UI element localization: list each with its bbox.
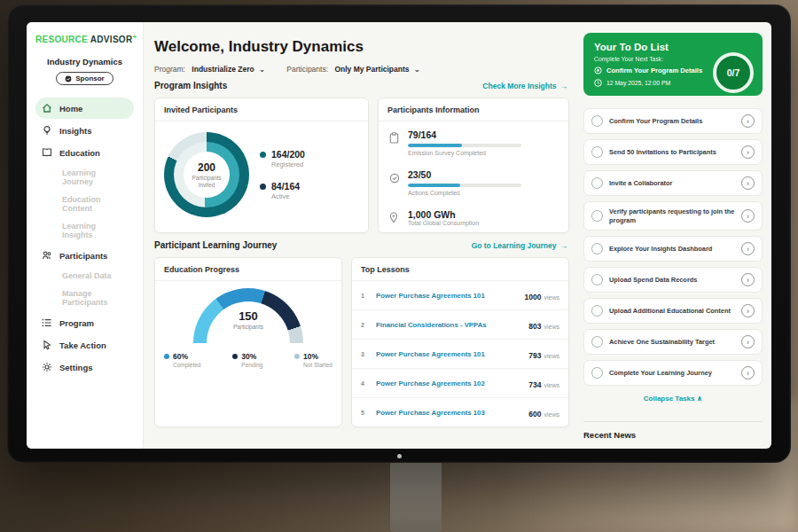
task-item[interactable]: Confirm Your Program Details ›: [583, 108, 763, 134]
top-lessons-card: Top Lessons 1 Power Purchase Agreements …: [351, 257, 569, 427]
legend-dot: [260, 152, 266, 158]
power-led: [397, 454, 402, 458]
chevron-right-icon[interactable]: ›: [741, 209, 755, 223]
task-item[interactable]: Verify participants requesting to join t…: [583, 201, 763, 231]
todo-next-task: Confirm Your Program Details: [606, 66, 702, 74]
sidebar-item-learning-insights[interactable]: Learning Insights: [35, 217, 134, 244]
sidebar-item-label: Participants: [59, 251, 107, 261]
sidebar-item-education-content[interactable]: Education Content: [35, 191, 134, 217]
sidebar-item-program[interactable]: Program: [35, 312, 134, 333]
task-item[interactable]: Achieve One Sustainability Target ›: [583, 329, 763, 355]
lesson-views: 793: [528, 351, 541, 360]
lesson-link[interactable]: Power Purchase Agreements 103: [376, 409, 521, 417]
views-word: views: [544, 294, 559, 301]
lightbulb-icon: [42, 125, 52, 136]
task-item[interactable]: Explore Your Insights Dashboard ›: [583, 236, 763, 262]
program-select[interactable]: Industrialize Zero ⌄: [192, 65, 265, 74]
chevron-right-icon[interactable]: ›: [741, 273, 755, 286]
legend-item-pending: 30% Pending: [232, 352, 262, 368]
task-checkbox[interactable]: [591, 243, 603, 254]
sidebar: RESOURCE ADVISOR+ Industry Dynamics Spon…: [27, 22, 144, 449]
map-pin-icon: [389, 209, 400, 227]
task-item[interactable]: Invite a Collaborator ›: [583, 170, 763, 196]
lesson-link[interactable]: Power Purchase Agreements 101: [376, 350, 521, 358]
go-to-learning-journey-link[interactable]: Go to Learning Journey →: [472, 241, 567, 250]
clipboard-icon: [389, 129, 400, 156]
section-title: Participant Learning Journey: [154, 240, 277, 250]
sidebar-item-insights[interactable]: Insights: [35, 120, 134, 141]
task-checkbox[interactable]: [591, 210, 603, 222]
legend-item-completed: 60% Completed: [164, 352, 200, 368]
legend-value: 60%: [173, 352, 200, 361]
todo-title: Your To Do List: [594, 42, 752, 52]
legend-label: Not Started: [303, 362, 332, 368]
legend-label: Registered: [271, 160, 305, 168]
views-word: views: [544, 324, 559, 330]
chevron-right-icon[interactable]: ›: [741, 366, 755, 379]
link-label: Go to Learning Journey: [472, 241, 557, 250]
sponsor-badge[interactable]: Sponsor: [56, 72, 113, 85]
task-item[interactable]: Upload Spend Data Records ›: [583, 267, 763, 293]
lesson-link[interactable]: Power Purchase Agreements 101: [376, 292, 518, 300]
lesson-link[interactable]: Power Purchase Agreements 102: [376, 379, 521, 387]
stat-global-consumption: 1,000 GWh Total Global Consumption: [379, 201, 568, 232]
gauge-center-value: 150: [193, 309, 303, 323]
sidebar-item-take-action[interactable]: Take Action: [35, 334, 134, 356]
task-checkbox[interactable]: [591, 115, 603, 127]
legend-dot: [232, 354, 238, 359]
lesson-views: 1000: [525, 293, 542, 301]
collapse-tasks-link[interactable]: Collapse Tasks ∧: [583, 395, 763, 403]
views-word: views: [544, 382, 559, 388]
gauge-center: 150 Participants: [193, 309, 303, 330]
sidebar-item-home[interactable]: Home: [35, 98, 134, 119]
sidebar-item-label: Settings: [59, 363, 92, 372]
home-icon: [42, 103, 52, 113]
participants-select[interactable]: Only My Participants ⌄: [334, 65, 420, 74]
task-item[interactable]: Upload Additional Educational Content ›: [583, 298, 763, 324]
lesson-views: 803: [528, 322, 541, 331]
task-checkbox[interactable]: [591, 274, 603, 286]
task-checkbox[interactable]: [591, 305, 603, 317]
todo-progress-ring: 0/7: [713, 52, 754, 93]
learning-cards-row: Education Progress 150 Participants: [154, 257, 569, 427]
chevron-right-icon[interactable]: ›: [741, 304, 755, 317]
chevron-right-icon[interactable]: ›: [741, 242, 755, 255]
task-label: Upload Spend Data Records: [609, 276, 735, 285]
task-checkbox[interactable]: [591, 336, 603, 348]
task-checkbox[interactable]: [591, 177, 603, 189]
page-title: Welcome, Industry Dynamics: [154, 38, 569, 56]
legend-value: 164/200: [271, 149, 305, 160]
task-checkbox[interactable]: [591, 146, 603, 158]
chevron-right-icon[interactable]: ›: [741, 176, 755, 190]
task-checkbox[interactable]: [591, 367, 603, 379]
task-label: Upload Additional Educational Content: [609, 307, 735, 316]
lesson-row: 2 Financial Considerations - VPPAs 803vi…: [352, 310, 568, 340]
lesson-link[interactable]: Financial Considerations - VPPAs: [376, 321, 521, 329]
book-icon: [42, 147, 52, 158]
chevron-right-icon[interactable]: ›: [741, 114, 755, 128]
lesson-views: 734: [528, 380, 541, 389]
task-item[interactable]: Send 50 Invitations to Participants ›: [583, 139, 763, 165]
lesson-rank: 5: [361, 410, 369, 416]
task-label: Complete Your Learning Journey: [609, 369, 735, 378]
logo-plus: +: [132, 33, 137, 41]
sidebar-item-participants[interactable]: Participants: [35, 245, 134, 266]
sidebar-item-learning-journey[interactable]: Learning Journey: [35, 164, 134, 191]
lesson-rank: 1: [361, 293, 369, 299]
chevron-right-icon[interactable]: ›: [741, 145, 755, 159]
task-item[interactable]: Complete Your Learning Journey ›: [583, 360, 763, 386]
check-more-insights-link[interactable]: Check More Insights →: [482, 82, 567, 90]
task-label: Explore Your Insights Dashboard: [609, 245, 735, 254]
chevron-up-icon: ∧: [697, 395, 703, 403]
sidebar-item-education[interactable]: Education: [35, 142, 134, 163]
arrow-right-icon: →: [560, 82, 568, 90]
stat-value: 1,000 GWh: [408, 209, 479, 220]
donut-center-label: Participants Invited: [188, 175, 225, 189]
filter-bar: Program: Industrialize Zero ⌄ Participan…: [154, 65, 569, 74]
sidebar-item-general-data[interactable]: General Data: [35, 267, 134, 285]
chevron-right-icon[interactable]: ›: [741, 335, 755, 348]
stat-value: 23/50: [408, 169, 521, 180]
sidebar-item-manage-participants[interactable]: Manage Participants: [35, 285, 134, 311]
invited-legend: 164/200 Registered 84/164 Active: [260, 149, 305, 200]
sidebar-item-settings[interactable]: Settings: [35, 356, 134, 378]
